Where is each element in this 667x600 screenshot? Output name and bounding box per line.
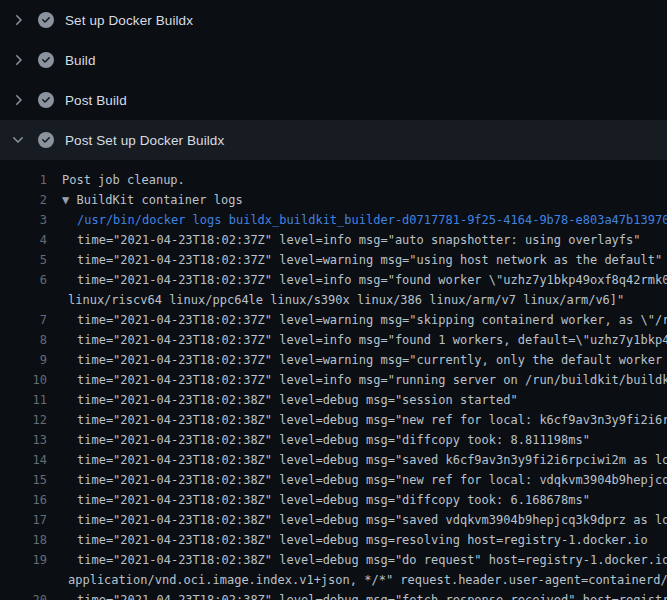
line-number[interactable]: 6 <box>0 270 47 290</box>
log-line: 2 ▼ BuildKit container logs <box>0 190 667 210</box>
step-row-post-build[interactable]: Post Build <box>0 80 667 120</box>
line-number[interactable]: 2 <box>0 190 47 210</box>
line-number[interactable]: 5 <box>0 250 47 270</box>
log-text: time="2021-04-23T18:02:37Z" level=info m… <box>77 230 641 250</box>
log-text-content: time="2021-04-23T18:02:37Z" level=info m… <box>77 333 667 347</box>
log-text-content: time="2021-04-23T18:02:37Z" level=info m… <box>77 273 667 287</box>
log-text: time="2021-04-23T18:02:38Z" level=debug … <box>77 550 667 570</box>
log-text: time="2021-04-23T18:02:38Z" level=debug … <box>77 410 667 430</box>
log-text-content: linux/riscv64 linux/ppc64le linux/s390x … <box>68 293 624 307</box>
log-text-content: BuildKit container logs <box>76 193 242 207</box>
chevron-right-icon <box>10 12 26 28</box>
log-text: time="2021-04-23T18:02:38Z" level=debug … <box>77 390 518 410</box>
log-text: time="2021-04-23T18:02:37Z" level=warnin… <box>77 250 662 270</box>
step-label: Post Build <box>65 93 127 108</box>
line-number[interactable]: 9 <box>0 350 47 370</box>
log-line: application/vnd.oci.image.index.v1+json,… <box>0 570 667 590</box>
step-label: Build <box>65 53 96 68</box>
line-number[interactable]: 7 <box>0 310 47 330</box>
log-panel: 1 Post job cleanup. 2 ▼ BuildKit contain… <box>0 160 667 600</box>
log-line: 4 time="2021-04-23T18:02:37Z" level=info… <box>0 230 667 250</box>
log-text-content: time="2021-04-23T18:02:37Z" level=warnin… <box>77 313 667 327</box>
line-number[interactable]: 10 <box>0 370 47 390</box>
line-number[interactable]: 16 <box>0 490 47 510</box>
log-line: 6 time="2021-04-23T18:02:37Z" level=info… <box>0 270 667 290</box>
log-text: time="2021-04-23T18:02:37Z" level=warnin… <box>77 350 667 370</box>
log-text: time="2021-04-23T18:02:37Z" level=info m… <box>77 330 667 350</box>
step-row-set-up-docker-buildx[interactable]: Set up Docker Buildx <box>0 0 667 40</box>
log-text: application/vnd.oci.image.index.v1+json,… <box>68 570 667 590</box>
step-row-post-set-up-docker-buildx[interactable]: Post Set up Docker Buildx <box>0 120 667 160</box>
line-number[interactable]: 15 <box>0 470 47 490</box>
line-number[interactable]: 14 <box>0 450 47 470</box>
log-line: 13 time="2021-04-23T18:02:38Z" level=deb… <box>0 430 667 450</box>
check-circle-icon <box>38 132 54 148</box>
log-line: 7 time="2021-04-23T18:02:37Z" level=warn… <box>0 310 667 330</box>
actions-log-viewer: Set up Docker Buildx Build P <box>0 0 667 600</box>
line-number[interactable]: 3 <box>0 210 47 230</box>
log-text-content: /usr/bin/docker logs buildx_buildkit_bui… <box>77 213 667 227</box>
log-text-content: time="2021-04-23T18:02:37Z" level=info m… <box>77 233 641 247</box>
log-text-content: time="2021-04-23T18:02:37Z" level=warnin… <box>77 353 667 367</box>
log-line: 1 Post job cleanup. <box>0 170 667 190</box>
log-text-content: application/vnd.oci.image.index.v1+json,… <box>68 573 667 587</box>
log-text: time="2021-04-23T18:02:37Z" level=info m… <box>77 270 667 290</box>
log-line: 3 /usr/bin/docker logs buildx_buildkit_b… <box>0 210 667 230</box>
log-text: ▼ BuildKit container logs <box>62 190 243 210</box>
log-line: 11 time="2021-04-23T18:02:38Z" level=deb… <box>0 390 667 410</box>
chevron-right-icon <box>10 92 26 108</box>
line-number[interactable]: 20 <box>0 590 47 600</box>
log-text: time="2021-04-23T18:02:37Z" level=info m… <box>77 370 667 390</box>
line-number[interactable]: 17 <box>0 510 47 530</box>
log-text-content: time="2021-04-23T18:02:38Z" level=debug … <box>77 533 648 547</box>
log-line: 19 time="2021-04-23T18:02:38Z" level=deb… <box>0 550 667 570</box>
log-line: 16 time="2021-04-23T18:02:38Z" level=deb… <box>0 490 667 510</box>
log-text: time="2021-04-23T18:02:38Z" level=debug … <box>77 490 590 510</box>
log-text-content: time="2021-04-23T18:02:38Z" level=debug … <box>77 473 667 487</box>
log-line: 15 time="2021-04-23T18:02:38Z" level=deb… <box>0 470 667 490</box>
log-line: linux/riscv64 linux/ppc64le linux/s390x … <box>0 290 667 310</box>
step-label: Set up Docker Buildx <box>65 13 193 28</box>
log-text-content: time="2021-04-23T18:02:38Z" level=debug … <box>77 493 590 507</box>
log-text-content: time="2021-04-23T18:02:37Z" level=warnin… <box>77 253 662 267</box>
log-line: 12 time="2021-04-23T18:02:38Z" level=deb… <box>0 410 667 430</box>
line-number[interactable]: 8 <box>0 330 47 350</box>
log-text-content: time="2021-04-23T18:02:38Z" level=debug … <box>77 433 590 447</box>
log-text-content: time="2021-04-23T18:02:37Z" level=info m… <box>77 373 667 387</box>
log-text-content: time="2021-04-23T18:02:38Z" level=debug … <box>77 453 667 467</box>
line-number[interactable]: 18 <box>0 530 47 550</box>
log-text-content: Post job cleanup. <box>62 173 185 187</box>
check-circle-icon <box>38 52 54 68</box>
group-expander-icon[interactable]: ▼ <box>62 193 76 207</box>
line-number[interactable]: 13 <box>0 430 47 450</box>
step-list: Set up Docker Buildx Build P <box>0 0 667 160</box>
line-number[interactable]: 11 <box>0 390 47 410</box>
log-line: 14 time="2021-04-23T18:02:38Z" level=deb… <box>0 450 667 470</box>
check-circle-icon <box>38 92 54 108</box>
log-text: time="2021-04-23T18:02:38Z" level=debug … <box>77 450 667 470</box>
log-text: time="2021-04-23T18:02:38Z" level=debug … <box>77 510 667 530</box>
log-text-content: time="2021-04-23T18:02:38Z" level=debug … <box>77 393 518 407</box>
line-number[interactable]: 12 <box>0 410 47 430</box>
log-text: time="2021-04-23T18:02:37Z" level=warnin… <box>77 310 667 330</box>
log-text: time="2021-04-23T18:02:38Z" level=debug … <box>77 430 590 450</box>
step-row-build[interactable]: Build <box>0 40 667 80</box>
step-label: Post Set up Docker Buildx <box>65 133 224 148</box>
log-text-content: time="2021-04-23T18:02:38Z" level=debug … <box>77 413 667 427</box>
chevron-down-icon <box>10 132 26 148</box>
log-text: /usr/bin/docker logs buildx_buildkit_bui… <box>77 210 667 230</box>
line-number[interactable]: 19 <box>0 550 47 570</box>
line-number[interactable]: 4 <box>0 230 47 250</box>
log-text: time="2021-04-23T18:02:38Z" level=debug … <box>77 590 667 600</box>
log-line: 20 time="2021-04-23T18:02:38Z" level=deb… <box>0 590 667 600</box>
line-number[interactable]: 1 <box>0 170 47 190</box>
log-text-content: time="2021-04-23T18:02:38Z" level=debug … <box>77 553 667 567</box>
log-line: 9 time="2021-04-23T18:02:37Z" level=warn… <box>0 350 667 370</box>
log-text-content: time="2021-04-23T18:02:38Z" level=debug … <box>77 513 667 527</box>
log-line: 5 time="2021-04-23T18:02:37Z" level=warn… <box>0 250 667 270</box>
log-text: linux/riscv64 linux/ppc64le linux/s390x … <box>68 290 624 310</box>
log-line: 8 time="2021-04-23T18:02:37Z" level=info… <box>0 330 667 350</box>
log-text: Post job cleanup. <box>62 170 185 190</box>
chevron-right-icon <box>10 52 26 68</box>
log-line: 18 time="2021-04-23T18:02:38Z" level=deb… <box>0 530 667 550</box>
